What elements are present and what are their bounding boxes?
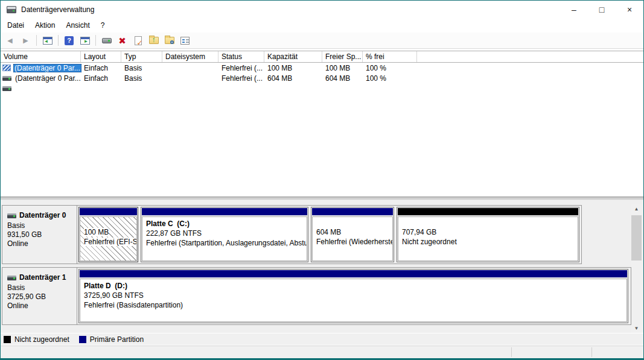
help-icon[interactable]: ? bbox=[63, 34, 75, 47]
legend-primary-partition: Primäre Partition bbox=[79, 335, 144, 344]
disk-type: Basis bbox=[7, 283, 77, 292]
table-row[interactable] bbox=[1, 83, 643, 93]
toolbar: ◄ ► ◄ ? ► ✖ ↑ bbox=[1, 33, 643, 49]
disk-type: Basis bbox=[7, 221, 77, 230]
legend-bar: Nicht zugeordnet Primäre Partition bbox=[1, 333, 643, 345]
show-action-pane-icon[interactable]: ► bbox=[78, 34, 91, 47]
disk-icon bbox=[7, 276, 16, 280]
volume-list-header: Volume Layout Typ Dateisystem Status Kap… bbox=[1, 51, 643, 63]
volume-name: (Datenträger 0 Par... bbox=[14, 74, 82, 83]
delete-icon[interactable]: ✖ bbox=[116, 34, 129, 47]
toolbar-separator bbox=[36, 35, 37, 46]
disk-volume-icon bbox=[2, 76, 11, 81]
volume-rows: (Datenträger 0 Par... Einfach Basis Fehl… bbox=[1, 63, 643, 93]
check-document-icon[interactable] bbox=[132, 34, 144, 47]
column-kapazitaet[interactable]: Kapazität bbox=[264, 51, 322, 62]
disk-status: Online bbox=[7, 239, 77, 248]
back-icon[interactable]: ◄ bbox=[4, 34, 16, 47]
disk-size: 3725,90 GB bbox=[7, 292, 77, 302]
scrollbar-thumb[interactable] bbox=[631, 215, 642, 261]
toolbar-separator bbox=[95, 35, 96, 46]
forward-icon[interactable]: ► bbox=[19, 34, 32, 47]
folder-search-icon[interactable] bbox=[163, 34, 176, 47]
minimize-button[interactable]: – bbox=[560, 1, 588, 18]
column-freier-speicher[interactable]: Freier Sp... bbox=[322, 51, 363, 62]
graphical-view-pane: Datenträger 0 Basis 931,50 GB Online 100… bbox=[1, 200, 643, 333]
scroll-down-icon[interactable]: ▼ bbox=[631, 323, 642, 333]
vertical-scrollbar: ▲ ▼ bbox=[631, 204, 642, 333]
disk-size: 931,50 GB bbox=[7, 230, 77, 239]
menu-bar: Datei Aktion Ansicht ? bbox=[1, 18, 643, 33]
column-dateisystem[interactable]: Dateisystem bbox=[162, 51, 218, 62]
disk-icon bbox=[7, 213, 16, 218]
close-button[interactable]: × bbox=[616, 1, 643, 18]
primary-partition-bar bbox=[312, 208, 393, 215]
disk-name: Datenträger 0 bbox=[19, 211, 66, 220]
column-layout[interactable]: Layout bbox=[81, 51, 121, 62]
partition-recovery[interactable]: 604 MB Fehlerfrei (Wiederherstel bbox=[311, 207, 394, 262]
partition-name: Platte C (C:) bbox=[146, 219, 190, 228]
disk-volume-icon bbox=[2, 86, 11, 91]
column-filler bbox=[417, 51, 643, 62]
disk-0-label[interactable]: Datenträger 0 Basis 931,50 GB Online bbox=[2, 206, 77, 264]
disk-band-0: Datenträger 0 Basis 931,50 GB Online 100… bbox=[2, 205, 582, 264]
column-prozent-frei[interactable]: % frei bbox=[363, 51, 417, 62]
menu-hilfe[interactable]: ? bbox=[95, 19, 110, 31]
disk-status: Online bbox=[7, 302, 77, 311]
statusbar-divider bbox=[511, 347, 512, 357]
scrollbar-track[interactable] bbox=[631, 213, 642, 323]
primary-partition-bar bbox=[80, 208, 137, 215]
primary-partition-swatch bbox=[79, 336, 86, 343]
efi-volume-icon bbox=[2, 65, 11, 71]
primary-partition-bar bbox=[142, 208, 307, 215]
disk-1-label[interactable]: Datenträger 1 Basis 3725,90 GB Online bbox=[2, 268, 77, 324]
column-status[interactable]: Status bbox=[218, 51, 264, 62]
show-console-tree-icon[interactable]: ◄ bbox=[41, 34, 54, 47]
scroll-up-icon[interactable]: ▲ bbox=[631, 204, 642, 213]
menu-aktion[interactable]: Aktion bbox=[30, 19, 60, 31]
disk-band-1: Datenträger 1 Basis 3725,90 GB Online Pl… bbox=[2, 267, 631, 325]
device-icon[interactable] bbox=[100, 34, 113, 47]
column-volume[interactable]: Volume bbox=[1, 51, 81, 62]
properties-icon[interactable] bbox=[179, 34, 191, 47]
volume-list-pane: Volume Layout Typ Dateisystem Status Kap… bbox=[1, 49, 643, 197]
app-disk-icon bbox=[7, 6, 16, 13]
unallocated-bar bbox=[398, 208, 578, 215]
status-bar bbox=[1, 346, 643, 358]
partition-unallocated[interactable]: 707,94 GB Nicht zugeordnet bbox=[397, 207, 579, 262]
volume-name-selected: (Datenträger 0 Par... bbox=[13, 64, 81, 72]
partition-efi[interactable]: 100 MB Fehlerfrei (EFI-Sy bbox=[78, 207, 138, 262]
table-row[interactable]: (Datenträger 0 Par... Einfach Basis Fehl… bbox=[1, 73, 643, 83]
toolbar-separator bbox=[58, 35, 59, 46]
menu-datei[interactable]: Datei bbox=[2, 19, 30, 31]
window-title: Datenträgerverwaltung bbox=[21, 5, 94, 14]
disk-name: Datenträger 1 bbox=[19, 273, 66, 282]
column-typ[interactable]: Typ bbox=[121, 51, 162, 62]
window-controls: – □ × bbox=[560, 1, 643, 18]
title-bar: Datenträgerverwaltung – □ × bbox=[1, 1, 643, 18]
primary-partition-bar bbox=[80, 270, 627, 277]
maximize-button[interactable]: □ bbox=[588, 1, 616, 18]
disk-management-window: Datenträgerverwaltung – □ × Datei Aktion… bbox=[0, 0, 644, 360]
partition-name: Platte D (D:) bbox=[84, 282, 127, 290]
menu-ansicht[interactable]: Ansicht bbox=[60, 19, 95, 31]
partition-c[interactable]: Platte C (C:) 222,87 GB NTFS Fehlerfrei … bbox=[141, 207, 308, 262]
partition-d[interactable]: Platte D (D:) 3725,90 GB NTFS Fehlerfrei… bbox=[78, 269, 628, 323]
unallocated-swatch bbox=[4, 336, 11, 343]
table-row[interactable]: (Datenträger 0 Par... Einfach Basis Fehl… bbox=[1, 63, 643, 73]
folder-up-icon[interactable]: ↑ bbox=[147, 34, 160, 47]
legend-unallocated: Nicht zugeordnet bbox=[4, 335, 69, 344]
statusbar-divider bbox=[591, 347, 592, 357]
